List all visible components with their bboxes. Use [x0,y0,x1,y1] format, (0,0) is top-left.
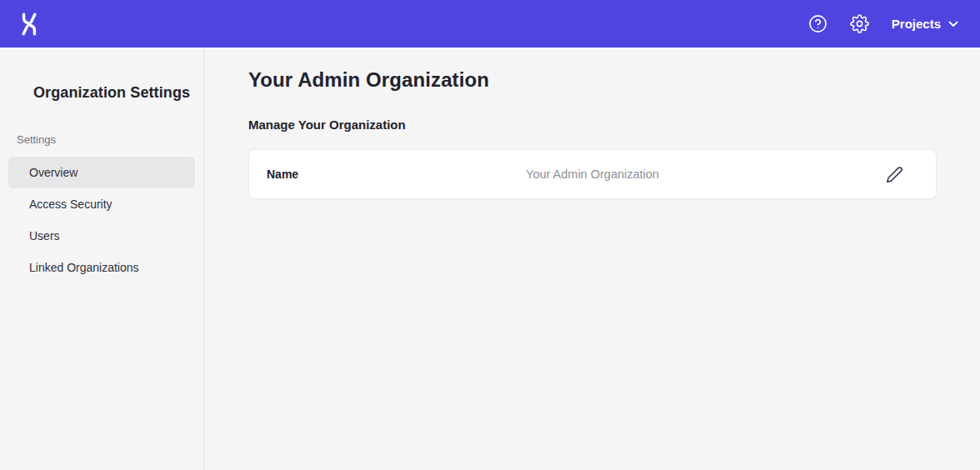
sidebar-item-access-security[interactable]: Access Security [8,188,195,220]
name-field-label: Name [249,168,298,181]
projects-dropdown-label: Projects [892,17,941,31]
section-title: Manage Your Organization [248,118,937,132]
topbar-actions: Projects [808,14,958,34]
page-title: Your Admin Organization [248,68,937,92]
top-navigation-bar: Projects [0,0,980,48]
projects-dropdown[interactable]: Projects [892,17,958,31]
chevron-down-icon [948,21,958,28]
organization-settings-page: Projects Organization Settings Settings … [0,0,980,470]
settings-button[interactable] [850,14,870,34]
sidebar-item-linked-organizations[interactable]: Linked Organizations [8,252,195,283]
pencil-edit-icon [886,166,903,183]
help-circle-icon [808,14,828,33]
main-content: Your Admin Organization Manage Your Orga… [205,48,980,470]
gear-icon [850,14,869,33]
sidebar-nav: Overview Access Security Users Linked Or… [8,157,195,283]
edit-name-button[interactable] [885,165,903,183]
help-button[interactable] [808,14,828,34]
sidebar-item-users[interactable]: Users [8,220,195,252]
sidebar-section-label: Settings [17,133,203,146]
name-field-value: Your Admin Organization [526,168,659,181]
settings-sidebar: Organization Settings Settings Overview … [0,48,204,470]
sidebar-item-overview[interactable]: Overview [8,157,195,188]
mixpanel-x-logo-icon [18,12,40,37]
sidebar-title: Organization Settings [33,84,203,102]
organization-name-card: Name Your Admin Organization [248,149,937,199]
brand-logo[interactable] [18,12,40,37]
